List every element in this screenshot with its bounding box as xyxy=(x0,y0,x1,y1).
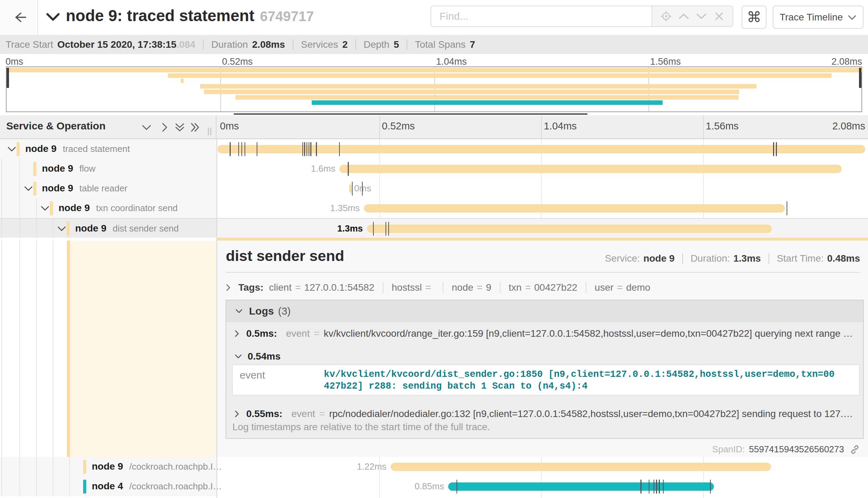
meta-value: node 9 xyxy=(643,253,674,264)
span-row[interactable]: node 9table reader0ms xyxy=(0,179,868,198)
tree-indent-guide xyxy=(19,219,20,238)
clear-find-button[interactable] xyxy=(712,10,726,23)
tag-item: node=9 xyxy=(452,282,491,293)
collapse-trace-chevron-icon[interactable] xyxy=(45,11,61,22)
service-name: node 9dist sender send xyxy=(75,223,179,234)
expand-all-icon[interactable] xyxy=(189,122,201,133)
expand-one-icon[interactable] xyxy=(159,122,170,133)
span-log-tick xyxy=(654,480,655,494)
timeline-header-gridline xyxy=(541,115,542,138)
tree-indent-guide xyxy=(36,198,37,218)
span-name-cell[interactable]: node 9traced statement xyxy=(0,139,216,159)
logs-section: Logs (3)0.5ms:event=kv/kvclient/kvcoord/… xyxy=(225,300,864,439)
span-duration-bar[interactable] xyxy=(218,145,865,153)
span-id-label: SpanID: xyxy=(712,444,745,455)
span-expand-chevron[interactable] xyxy=(56,225,68,233)
span-name-cell[interactable]: node 4/cockroach.roachpb.I… xyxy=(0,477,216,496)
timeline-header-row: Service & Operation 0ms0.52ms1.04ms1.56m… xyxy=(0,115,868,139)
span-log-tick xyxy=(245,142,246,156)
span-log-tick xyxy=(238,142,239,156)
keyboard-shortcuts-button[interactable]: ⌘ xyxy=(742,6,767,29)
minimap-right-scrubber[interactable] xyxy=(859,68,861,88)
back-button[interactable] xyxy=(0,0,38,35)
span-row[interactable]: node 9dist sender send1.3ms xyxy=(0,218,868,238)
span-name-cell[interactable]: node 9dist sender send xyxy=(0,219,216,238)
span-duration-label: 1.35ms xyxy=(330,203,360,214)
meta-label: Duration: xyxy=(691,253,730,264)
span-expand-chevron[interactable] xyxy=(6,145,18,153)
minimap-canvas[interactable] xyxy=(6,66,862,112)
column-resizer-grip[interactable] xyxy=(207,128,212,135)
span-log-tick xyxy=(339,142,340,156)
minimap-span-bar xyxy=(204,90,739,94)
log-timestamp: 0.54ms xyxy=(248,351,281,362)
span-duration-bar[interactable] xyxy=(339,165,841,173)
log-timestamp: 0.55ms: xyxy=(246,408,282,419)
span-duration-bar[interactable] xyxy=(364,204,785,212)
log-timestamp: 0.5ms: xyxy=(246,328,277,339)
minimap-left-scrubber[interactable] xyxy=(7,68,9,88)
span-log-tick xyxy=(457,480,458,494)
tree-indent-guide xyxy=(19,457,20,477)
span-name-cell[interactable]: node 9table reader xyxy=(0,179,216,198)
chevron-down-icon xyxy=(234,354,242,359)
service-color-bar xyxy=(17,142,20,156)
tree-indent-guide xyxy=(53,457,53,477)
find-input[interactable] xyxy=(431,6,652,26)
span-log-tick xyxy=(388,222,389,236)
span-expand-chevron[interactable] xyxy=(23,184,34,193)
span-name-cell[interactable]: node 9/cockroach.roachpb.I… xyxy=(0,457,216,477)
span-row[interactable]: node 4/cockroach.roachpb.I…0.85ms xyxy=(0,477,868,496)
log-field-key: event xyxy=(291,408,315,419)
span-log-tick xyxy=(776,142,777,156)
summary-separator xyxy=(407,39,407,50)
summary-label: Services xyxy=(301,39,338,50)
tree-indent-guide xyxy=(1,241,2,457)
summary-label: Total Spans xyxy=(415,39,466,50)
meta-label: Service: xyxy=(605,253,640,264)
trace-minimap: 0ms0.52ms1.04ms1.56ms2.08ms xyxy=(0,54,868,115)
span-name-cell[interactable]: node 9flow xyxy=(0,159,216,179)
column-split-border[interactable] xyxy=(216,139,217,498)
timeline-axis-label: 2.08ms xyxy=(832,120,865,132)
link-icon[interactable] xyxy=(850,444,860,455)
span-row[interactable]: node 9txn coordinator send1.35ms xyxy=(0,198,868,218)
collapse-one-icon[interactable] xyxy=(141,122,152,133)
locate-icon[interactable] xyxy=(659,10,673,23)
service-color-bar xyxy=(83,480,86,494)
next-result-button[interactable] xyxy=(695,10,708,23)
operation-name: table reader xyxy=(79,183,127,193)
span-duration-bar[interactable] xyxy=(448,482,714,491)
tree-indent-guide xyxy=(1,477,2,496)
timeline-axis-label: 1.56ms xyxy=(706,120,739,132)
span-row[interactable]: node 9flow1.6ms xyxy=(0,159,868,179)
tree-indent-guide xyxy=(1,198,2,218)
tags-row[interactable]: Tags:client=127.0.0.1:54582hostssl=node=… xyxy=(226,280,860,295)
collapse-all-icon[interactable] xyxy=(174,122,186,133)
tree-indent-guide xyxy=(36,219,37,238)
span-log-tick xyxy=(710,480,711,494)
span-row[interactable]: node 9traced statement xyxy=(0,139,868,159)
span-duration-bar[interactable] xyxy=(391,463,771,471)
log-entry[interactable]: 0.5ms:event=kv/kvclient/kvcoord/range_it… xyxy=(226,323,863,345)
log-field-key: event xyxy=(240,369,265,381)
minimap-axis-label: 2.08ms xyxy=(831,56,862,67)
span-duration-bar[interactable] xyxy=(367,225,772,233)
prev-result-button[interactable] xyxy=(677,10,690,23)
span-log-tick xyxy=(230,142,231,156)
meta-separator xyxy=(682,253,683,264)
timeline-axis-label: 0.52ms xyxy=(382,120,415,132)
operation-name: txn coordinator send xyxy=(96,203,178,213)
logs-header[interactable]: Logs (3) xyxy=(226,300,863,322)
span-duration-label: 0.85ms xyxy=(415,481,444,492)
minimap-span-bar xyxy=(181,79,184,83)
span-duration-bar[interactable] xyxy=(349,184,351,193)
span-row[interactable]: node 9/cockroach.roachpb.I…1.22ms xyxy=(0,457,868,477)
span-log-tick xyxy=(352,182,353,196)
span-log-tick xyxy=(649,480,650,494)
span-expand-chevron[interactable] xyxy=(39,204,51,212)
trace-view-selector[interactable]: Trace Timeline xyxy=(773,6,863,29)
span-name-cell[interactable]: node 9txn coordinator send xyxy=(0,198,216,218)
tree-indent-guide xyxy=(53,219,53,238)
tag-item: hostssl= xyxy=(392,282,435,293)
